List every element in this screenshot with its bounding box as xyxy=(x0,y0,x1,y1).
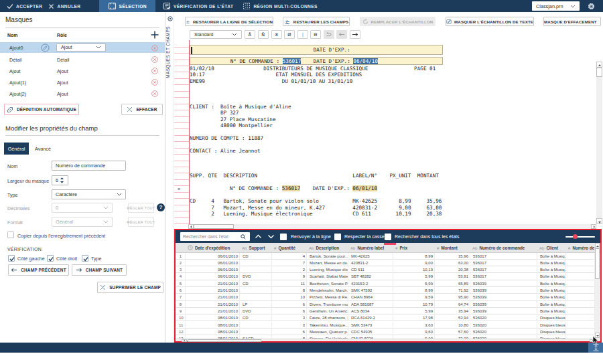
restore-fields-button[interactable]: RESTAURER LES CHAMPS xyxy=(283,17,350,26)
table-cell: 10 xyxy=(272,294,307,300)
doc-scroll-up-button[interactable] xyxy=(596,62,602,68)
check-type-checkbox[interactable] xyxy=(82,255,88,262)
clear-button[interactable]: EFFACER xyxy=(121,104,163,115)
mask-role-select[interactable]: Ajout xyxy=(56,43,106,52)
wrap-line-checkbox[interactable] xyxy=(280,234,287,240)
previous-field-button[interactable]: CHAMP PRÉCÉDENT xyxy=(8,264,69,276)
table-row[interactable]: 1108/01/20103Takemitsu, Musique...SMK 53… xyxy=(176,322,600,329)
mask-row[interactable]: Ajout0Ajout xyxy=(0,42,165,53)
doc-hscroll-thumb[interactable] xyxy=(194,224,234,229)
table-row[interactable]: 306/01/20102Luening, Musique éle...CD 61… xyxy=(176,266,600,273)
auto-define-button[interactable]: DÉFINITION AUTOMATIQUE xyxy=(4,104,79,115)
search-next-icon[interactable] xyxy=(267,234,275,239)
table-column-header[interactable]: AbClient xyxy=(539,243,566,253)
doc-scroll-left-button[interactable] xyxy=(188,224,194,229)
file-select[interactable]: Classjan.prn xyxy=(532,1,580,11)
table-column-header[interactable]: AbSupport xyxy=(242,243,272,253)
table-vscrollbar[interactable] xyxy=(595,243,600,338)
table-cell: Boîte à Musiq... xyxy=(537,308,566,314)
delete-mask-icon[interactable] xyxy=(151,56,158,63)
trap-type-select[interactable]: Standard xyxy=(190,30,242,39)
help-icon[interactable]: ? xyxy=(157,203,165,211)
tab-avance[interactable]: Avancé xyxy=(31,143,54,155)
stepper-arrows-icon[interactable] xyxy=(60,177,64,184)
trap-blank-button[interactable]: Ø xyxy=(284,30,295,39)
gear-icon[interactable] xyxy=(587,2,596,11)
erase-mask-button[interactable]: MASQUE D'EFFACEMENT xyxy=(543,17,601,26)
cancel-button[interactable]: ANNULER xyxy=(48,3,80,9)
table-row[interactable]: 821/01/2010LP6Divers, Trombone mo...ADA … xyxy=(176,301,600,308)
table-column-header[interactable]: #Montant xyxy=(437,243,470,253)
table-column-header[interactable]: #Numéro de c xyxy=(568,243,595,253)
copy-previous-checkbox[interactable] xyxy=(7,232,14,238)
next-field-button[interactable]: CHAMP SUIVANT xyxy=(72,264,127,276)
mask-template-line-2[interactable]: N° DE COMMANDE : 536017 DATE D'EXP.: 06/… xyxy=(190,57,443,65)
doc-hscrollbar[interactable] xyxy=(188,224,596,229)
table-row[interactable]: 721/01/201010Pizzetti, Messa di Re...CHA… xyxy=(176,294,600,300)
doc-vscrollbar[interactable] xyxy=(596,62,602,224)
mask-row[interactable]: AjoutAjout xyxy=(0,65,165,76)
table-column-header[interactable]: #Prix xyxy=(395,243,435,253)
check-left-checkbox[interactable] xyxy=(8,255,15,262)
accept-button[interactable]: ACCEPTER xyxy=(7,3,42,9)
trap-nonblank-button[interactable]: Ñ xyxy=(258,30,269,39)
table-column-header[interactable]: Date d'expédition xyxy=(188,243,240,253)
table-scroll-up-button[interactable] xyxy=(595,243,600,248)
table-row[interactable]: 406/01/2010DVD9Scarlatti, Stabat MaterSB… xyxy=(176,273,600,280)
table-row[interactable]: 921/01/2010DVD6Gershwin, Un Améric...ACS… xyxy=(176,308,600,314)
table-vscroll-thumb[interactable] xyxy=(595,248,600,279)
table-row[interactable]: 621/01/20108Mendelssohn, March...SMK 475… xyxy=(176,287,600,294)
report-verification-tab[interactable]: VÉRIFICATION DE L'ÉTAT xyxy=(157,0,240,12)
table-column-header[interactable]: AbDescription xyxy=(309,243,348,253)
doc-scroll-down-button[interactable] xyxy=(596,218,602,224)
doc-scroll-right-button[interactable] xyxy=(591,224,596,229)
move-right-button[interactable] xyxy=(350,30,360,39)
table-row[interactable]: 206/01/20107Mozart, Messe en do...420831… xyxy=(176,260,600,266)
search-input[interactable] xyxy=(183,234,241,239)
mask-template-line-1[interactable]: DATE D'EXP.: xyxy=(190,45,443,55)
doc-vscroll-thumb[interactable] xyxy=(596,68,602,77)
trap-exact-button[interactable]: | xyxy=(297,30,308,39)
delete-mask-icon[interactable] xyxy=(151,79,158,86)
search-prev-icon[interactable] xyxy=(255,234,262,239)
mask-width-stepper[interactable]: 6 xyxy=(52,175,68,185)
table-row[interactable]: 1008/01/2010CD3Faure, 28 chansons, S...R… xyxy=(176,314,600,321)
trap-alpha-button[interactable]: Å xyxy=(245,30,255,39)
mask-row[interactable]: Ajout(2)Ajout xyxy=(0,88,165,99)
match-case-checkbox[interactable] xyxy=(334,234,341,240)
table-hscrollbar[interactable] xyxy=(176,339,600,342)
table-row[interactable]: 1208/01/20106Messiaen, Quatuor p...CDC 5… xyxy=(176,329,600,335)
table-row[interactable]: 106/01/2010CD4Bartok, Sonate pour...MK-4… xyxy=(176,253,600,260)
hide-text-sample-button[interactable]: MASQUER L'ÉCHANTILLON DE TEXTE xyxy=(446,17,534,26)
restore-selection-line-button[interactable]: RESTAURER LA LIGNE DE SÉLECTION xyxy=(185,17,273,26)
table-cell: 9,59 xyxy=(393,294,435,300)
zoom-slider-knob[interactable] xyxy=(573,234,578,239)
edit-pencil-icon[interactable] xyxy=(41,43,50,52)
delete-mask-icon[interactable] xyxy=(151,45,158,52)
mask-row[interactable]: DétailDétail xyxy=(0,54,165,65)
mask-row[interactable]: Ajout(1)Ajout xyxy=(0,76,165,88)
table-column-header[interactable]: #Quantité xyxy=(274,243,307,253)
gutter-line xyxy=(174,205,189,205)
trap-any-button[interactable]: Θ xyxy=(310,30,321,39)
table-column-header[interactable]: AbNuméro de commande xyxy=(472,243,537,253)
table-scroll-left-button[interactable] xyxy=(182,339,187,343)
add-mask-icon[interactable] xyxy=(151,31,159,39)
multi-column-region-tab[interactable]: RÉGION MULTI-COLONNES xyxy=(243,2,317,10)
check-right-checkbox[interactable] xyxy=(47,255,54,262)
table-row[interactable]: 521/01/2010CD11Beethoven, Sonate P...420… xyxy=(176,280,600,287)
delete-mask-icon[interactable] xyxy=(151,68,158,74)
delete-mask-icon[interactable] xyxy=(151,90,158,97)
tab-general[interactable]: Général xyxy=(4,143,29,155)
target-icon[interactable] xyxy=(168,16,173,21)
type-select[interactable]: Caractère xyxy=(52,189,126,199)
report-view[interactable]: DATE D'EXP.: N° DE COMMANDE : 536017 DAT… xyxy=(174,40,603,229)
table-hscroll-thumb[interactable] xyxy=(188,339,261,343)
delete-field-button[interactable]: SUPPRIMER LE CHAMP xyxy=(97,282,163,293)
zoom-slider[interactable] xyxy=(565,236,595,238)
selection-tab-active[interactable]: SÉLECTION xyxy=(99,0,155,12)
trap-numeric-button[interactable]: 8 xyxy=(271,30,282,39)
name-field[interactable]: Numéro de commande xyxy=(52,161,126,171)
all-reports-checkbox[interactable] xyxy=(385,234,391,240)
table-cell: 9 xyxy=(272,273,307,280)
